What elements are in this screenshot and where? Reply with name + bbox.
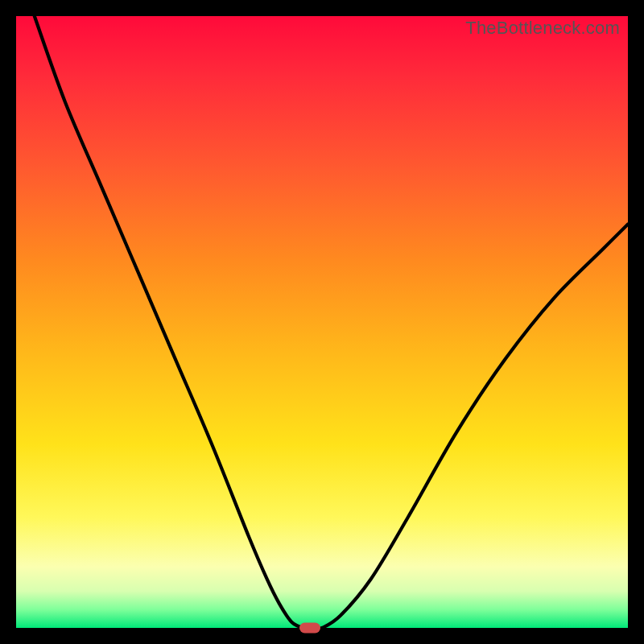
curve-path bbox=[35, 16, 628, 629]
optimal-marker bbox=[299, 623, 320, 634]
plot-area: TheBottleneck.com bbox=[16, 16, 628, 628]
bottleneck-curve bbox=[16, 16, 628, 628]
chart-frame: TheBottleneck.com bbox=[0, 0, 644, 644]
